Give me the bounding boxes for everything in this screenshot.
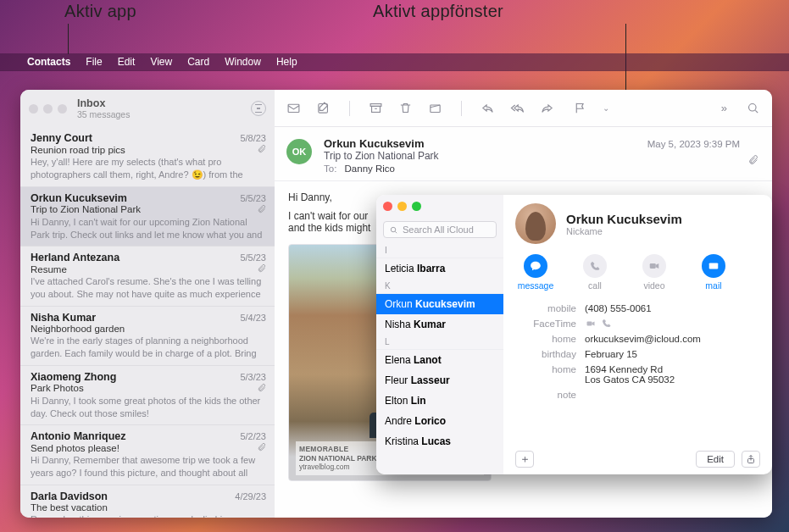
contact-list-item[interactable]: Orkun Kucuksevim xyxy=(376,294,503,314)
svg-rect-8 xyxy=(709,263,719,269)
paperclip-icon xyxy=(257,383,266,394)
overflow-icon[interactable]: » xyxy=(721,102,727,114)
birthday-label: birthday xyxy=(515,349,576,359)
forward-icon[interactable] xyxy=(540,101,554,115)
message-preview: Hi Danny, I took some great photos of th… xyxy=(31,395,266,420)
message-list[interactable]: Jenny Court 5/8/23 Reunion road trip pic… xyxy=(20,127,275,518)
message-sender: Nisha Kumar xyxy=(31,312,240,324)
contact-list-item[interactable]: Andre Lorico xyxy=(376,411,503,431)
contact-list-item[interactable]: Elton Lin xyxy=(376,391,503,411)
new-message-icon[interactable] xyxy=(286,101,301,115)
message-date: 5/5/23 xyxy=(240,252,266,263)
birthday-value: February 15 xyxy=(585,349,760,359)
callout-line-left xyxy=(68,24,69,54)
svg-rect-7 xyxy=(650,263,656,269)
message-action-button[interactable]: message xyxy=(515,254,556,291)
contacts-list[interactable]: ILeticia IbarraKOrkun KucuksevimNisha Ku… xyxy=(376,243,503,474)
message-subject: Resume xyxy=(31,264,67,274)
contact-list-item[interactable]: Fleur Lasseur xyxy=(376,370,503,391)
mobile-value[interactable]: (408) 555-0061 xyxy=(585,303,760,313)
paperclip-icon xyxy=(257,204,266,215)
menu-file[interactable]: File xyxy=(86,56,102,68)
video-label: video xyxy=(643,280,664,291)
message-preview: Remember this amazing vacation—rock clim… xyxy=(31,513,266,518)
message-row[interactable]: Herland Antezana 5/5/23 Resume I've atta… xyxy=(20,247,275,307)
menu-app-name[interactable]: Contacts xyxy=(27,56,70,68)
search-placeholder: Search All iCloud xyxy=(403,224,474,235)
menu-window[interactable]: Window xyxy=(225,56,261,68)
svg-rect-3 xyxy=(372,106,381,112)
section-letter: K xyxy=(376,279,503,294)
pane-to-name[interactable]: Danny Rico xyxy=(345,163,395,174)
contact-photo[interactable] xyxy=(515,203,556,244)
paperclip-icon xyxy=(257,144,266,155)
pane-timestamp: May 5, 2023 9:39 PM xyxy=(647,139,740,149)
contacts-window: Search All iCloud ILeticia IbarraKOrkun … xyxy=(376,195,772,474)
contact-list-item[interactable]: Nisha Kumar xyxy=(376,314,503,335)
sender-avatar[interactable]: OK xyxy=(286,139,312,164)
reply-icon[interactable] xyxy=(481,101,495,115)
share-button[interactable] xyxy=(742,451,760,468)
call-label: call xyxy=(588,280,602,291)
callout-active-app: Aktiv app xyxy=(64,2,136,21)
message-date: 5/3/23 xyxy=(240,372,266,382)
menu-card[interactable]: Card xyxy=(187,56,209,68)
attachment-icon[interactable] xyxy=(747,154,758,168)
menu-edit[interactable]: Edit xyxy=(118,56,136,68)
body-line1b: and the kids might xyxy=(288,222,370,234)
add-field-button[interactable]: ＋ xyxy=(515,451,534,468)
chevron-down-icon[interactable]: ⌄ xyxy=(603,103,609,113)
message-row[interactable]: Darla Davidson 4/29/23 The best vacation… xyxy=(20,485,275,518)
message-subject: Reunion road trip pics xyxy=(31,145,125,155)
home-addr-value[interactable]: 1694 Kennedy Rd Los Gatos CA 95032 xyxy=(585,364,760,385)
svg-point-6 xyxy=(391,227,396,232)
mail-label: mail xyxy=(705,280,721,291)
message-row[interactable]: Nisha Kumar 5/4/23 Neighborhood garden W… xyxy=(20,307,275,366)
edit-button[interactable]: Edit xyxy=(696,451,735,468)
message-date: 5/8/23 xyxy=(240,133,266,143)
contact-list-item[interactable]: Kristina Lucas xyxy=(376,431,503,452)
junk-icon[interactable] xyxy=(428,101,442,115)
reply-all-icon[interactable] xyxy=(510,101,525,115)
contact-list-item[interactable]: Elena Lanot xyxy=(376,350,503,370)
search-icon[interactable] xyxy=(746,101,760,115)
flag-icon[interactable] xyxy=(573,101,587,115)
mail-action-button[interactable]: mail xyxy=(693,254,734,291)
message-row[interactable]: Jenny Court 5/8/23 Reunion road trip pic… xyxy=(20,127,275,187)
menu-view[interactable]: View xyxy=(150,56,172,68)
contact-name: Orkun Kucuksevim xyxy=(566,212,682,226)
message-preview: Hi Danny, I can't wait for our upcoming … xyxy=(31,216,266,241)
svg-rect-9 xyxy=(587,322,592,326)
message-filter-button[interactable] xyxy=(251,101,266,116)
message-subject: Trip to Zion National Park xyxy=(31,204,141,214)
compose-icon[interactable] xyxy=(316,101,331,115)
mail-traffic-lights[interactable] xyxy=(29,104,67,114)
menu-help[interactable]: Help xyxy=(276,56,297,68)
message-preview: We're in the early stages of planning a … xyxy=(31,335,266,360)
message-sender: Herland Antezana xyxy=(31,252,240,263)
home-email-value[interactable]: orkucuksevim@icloud.com xyxy=(585,334,760,344)
macos-menubar: Contacts File Edit View Card Window Help xyxy=(0,53,789,71)
trash-icon[interactable] xyxy=(398,101,413,115)
message-preview: I've attached Carol's resume. She's the … xyxy=(31,275,266,301)
message-row[interactable]: Xiaomeng Zhong 5/3/23 Park Photos Hi Dan… xyxy=(20,366,275,426)
message-row[interactable]: Antonio Manriquez 5/2/23 Send photos ple… xyxy=(20,425,275,485)
contacts-search-field[interactable]: Search All iCloud xyxy=(383,221,497,238)
contact-list-item[interactable]: Leticia Ibarra xyxy=(376,258,503,279)
home-email-label: home xyxy=(515,334,576,344)
contacts-traffic-lights[interactable] xyxy=(383,202,497,211)
message-row[interactable]: Orkun Kucuksevim 5/5/23 Trip to Zion Nat… xyxy=(20,187,275,247)
message-subject: The best vacation xyxy=(31,502,108,513)
svg-rect-0 xyxy=(288,104,299,112)
video-action-button[interactable]: video xyxy=(634,254,675,291)
mail-toolbar: ⌄ » xyxy=(275,90,772,127)
message-header: OK Orkun Kucuksevim Trip to Zion Nationa… xyxy=(275,127,772,181)
facetime-actions[interactable] xyxy=(585,319,760,329)
paperclip-icon xyxy=(257,442,266,453)
call-action-button[interactable]: call xyxy=(575,254,615,291)
section-letter: I xyxy=(376,243,503,258)
message-sender: Antonio Manriquez xyxy=(31,430,240,442)
message-label: message xyxy=(518,280,554,291)
message-sender: Xiaomeng Zhong xyxy=(31,371,240,383)
archive-icon[interactable] xyxy=(369,101,383,115)
